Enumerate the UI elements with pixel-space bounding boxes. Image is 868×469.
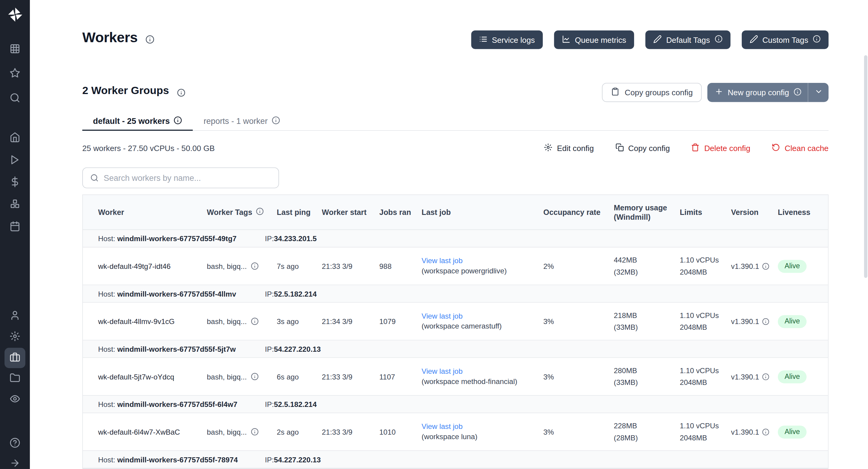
pencil-icon — [749, 35, 758, 45]
chart-icon — [562, 35, 570, 45]
info-icon — [251, 262, 258, 270]
search-icon — [90, 174, 98, 182]
host-label: Host: — [98, 400, 115, 408]
sidebar-item-workers[interactable] — [4, 348, 25, 368]
search-input[interactable] — [104, 168, 278, 187]
info-icon — [255, 207, 264, 217]
cell-worker-start: 21:33 3/9 — [322, 428, 379, 436]
custom-tags-button[interactable]: Custom Tags — [741, 30, 829, 49]
scrollbar-thumb[interactable] — [864, 55, 867, 278]
page-header: Workers Service logsQueue metricsDefault… — [82, 29, 829, 50]
calendar-icon — [10, 221, 21, 233]
column-header-worker: Worker — [98, 207, 207, 217]
briefcase-icon — [10, 351, 21, 365]
column-header-jobs-ran: Jobs ran — [379, 207, 422, 217]
action-label: Clean cache — [785, 144, 829, 153]
cell-worker-tags: bash, bigq... — [207, 317, 277, 325]
copy-groups-config-button[interactable]: Copy groups config — [602, 83, 702, 102]
edit-config-button[interactable]: Edit config — [544, 143, 594, 153]
sidebar-item-variables[interactable] — [4, 173, 25, 193]
tab-reports-1-worker[interactable]: reports - 1 worker — [193, 112, 291, 131]
sidebar-item-home[interactable] — [4, 128, 25, 148]
new-group-config-button[interactable]: New group config — [707, 83, 829, 102]
worker-search — [82, 167, 279, 188]
view-last-job-link[interactable]: View last job — [422, 311, 538, 321]
arrow-right-icon — [10, 458, 21, 469]
sidebar-item-help[interactable] — [4, 433, 25, 454]
cell-liveness: Alive — [778, 370, 828, 383]
sidebar-item-resources[interactable] — [4, 194, 25, 215]
host-label: Host: — [98, 455, 115, 464]
liveness-badge: Alive — [778, 425, 807, 438]
cell-last-job: View last job(workspace camerastuff) — [422, 311, 544, 331]
cell-last-ping: 2s ago — [277, 428, 322, 436]
sidebar-item-schedules[interactable] — [4, 217, 25, 237]
boxes-icon — [10, 198, 21, 211]
last-job-workspace: (workspace method-financial) — [422, 376, 538, 387]
new-group-config-label: New group config — [727, 88, 789, 97]
button-label: Service logs — [492, 35, 535, 44]
cell-liveness: Alive — [778, 425, 828, 438]
home-icon — [10, 132, 21, 145]
column-header-limits: Limits — [680, 207, 731, 217]
copy-config-button[interactable]: Copy config — [615, 143, 670, 153]
worker-groups-heading: 2 Worker Groups — [82, 85, 169, 97]
plus-icon — [715, 87, 723, 98]
star-icon — [10, 67, 21, 80]
sidebar-item-expand-sidebar[interactable] — [4, 454, 25, 469]
dollar-icon — [10, 176, 21, 189]
worker-row: wk-default-6l4w7-XwBaCbash, bigq...2s ag… — [83, 413, 828, 451]
tab-default-25-workers[interactable]: default - 25 workers — [82, 112, 193, 131]
host-row: Host: windmill-workers-67757d55f-5jt7wIP… — [83, 341, 828, 358]
host-row: Host: windmill-workers-67757d55f-78974IP… — [83, 451, 828, 468]
liveness-badge: Alive — [778, 259, 807, 273]
page-title: Workers — [82, 29, 138, 45]
sidebar-item-runs[interactable] — [4, 150, 25, 170]
host-name: windmill-workers-67757d55f-6l4w7 — [117, 400, 238, 408]
view-last-job-link[interactable]: View last job — [422, 256, 538, 266]
action-label: Delete config — [704, 144, 750, 153]
sidebar-item-audit-logs[interactable] — [4, 389, 25, 410]
delete-config-button[interactable]: Delete config — [691, 143, 750, 153]
cell-jobs-ran: 1079 — [379, 317, 422, 325]
copy-groups-config-label: Copy groups config — [625, 88, 693, 97]
group-meta-row: 25 workers - 27.50 vCPUs - 50.00 GB Edit… — [82, 142, 829, 155]
new-group-config-dropdown-button[interactable] — [808, 83, 829, 102]
view-last-job-link[interactable]: View last job — [422, 367, 538, 377]
windmill-logo-icon[interactable] — [7, 6, 24, 23]
sidebar-item-settings[interactable] — [4, 327, 25, 347]
group-tabs: default - 25 workersreports - 1 worker — [82, 112, 829, 131]
info-icon — [251, 373, 258, 380]
sidebar-item-apps[interactable] — [4, 39, 25, 60]
host-name: windmill-workers-67757d55f-78974 — [117, 455, 238, 464]
view-last-job-link[interactable]: View last job — [422, 422, 538, 432]
service-logs-button[interactable]: Service logs — [471, 30, 543, 49]
sidebar-item-folders[interactable] — [4, 369, 25, 389]
liveness-badge: Alive — [778, 315, 807, 327]
last-job-workspace: (workspace luna) — [422, 432, 538, 442]
cell-last-ping: 3s ago — [277, 317, 322, 325]
queue-metrics-button[interactable]: Queue metrics — [554, 30, 634, 49]
column-header-liveness: Liveness — [778, 207, 828, 217]
group-summary: 25 workers - 27.50 vCPUs - 50.00 GB — [82, 144, 215, 153]
last-job-workspace: (workspace camerastuff) — [422, 321, 538, 332]
clean-cache-button[interactable]: Clean cache — [772, 143, 829, 153]
tab-label: default - 25 workers — [93, 116, 170, 125]
cell-last-job: View last job(workspace luna) — [422, 422, 544, 442]
host-row: Host: windmill-workers-67757d55f-4llmvIP… — [83, 285, 828, 303]
cell-last-job: View last job(workspace method-financial… — [422, 367, 544, 387]
info-icon — [762, 318, 769, 325]
sidebar-item-favorites[interactable] — [4, 64, 25, 84]
cell-memory-usage: 218MB(33MB) — [614, 310, 680, 333]
default-tags-button[interactable]: Default Tags — [645, 30, 730, 49]
sidebar-item-search[interactable] — [4, 89, 25, 109]
cell-occupancy-rate: 3% — [544, 317, 614, 325]
refresh-icon — [772, 143, 780, 153]
column-header-version: Version — [731, 207, 778, 217]
cell-version: v1.390.1 — [731, 262, 778, 270]
copy-icon — [615, 143, 624, 153]
sidebar-item-users[interactable] — [4, 306, 25, 326]
cell-memory-usage: 442MB(32MB) — [614, 254, 680, 278]
worker-row: wk-default-5jt7w-oYdcqbash, bigq...6s ag… — [83, 358, 828, 396]
cell-limits: 1.10 vCPUs2048MB — [680, 310, 731, 333]
